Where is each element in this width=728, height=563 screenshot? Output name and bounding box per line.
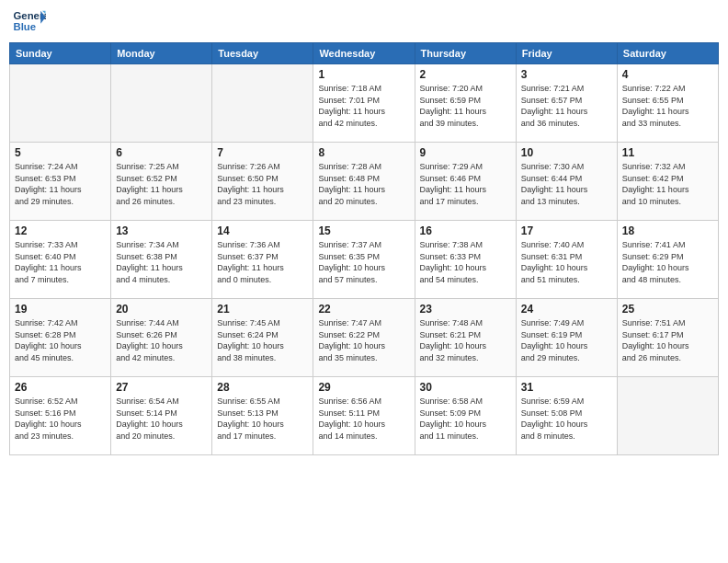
day-number: 13 (116, 224, 207, 237)
calendar-cell: 15Sunrise: 7:37 AM Sunset: 6:35 PM Dayli… (313, 221, 415, 299)
day-number: 22 (318, 303, 409, 316)
calendar-cell: 10Sunrise: 7:30 AM Sunset: 6:44 PM Dayli… (516, 143, 617, 221)
day-number: 1 (318, 68, 409, 81)
calendar-cell: 23Sunrise: 7:48 AM Sunset: 6:21 PM Dayli… (415, 299, 516, 377)
day-number: 31 (521, 381, 612, 394)
weekday-header-saturday: Saturday (617, 43, 718, 64)
weekday-header-monday: Monday (111, 43, 212, 64)
calendar-cell: 18Sunrise: 7:41 AM Sunset: 6:29 PM Dayli… (617, 221, 718, 299)
calendar-cell: 19Sunrise: 7:42 AM Sunset: 6:28 PM Dayli… (10, 299, 111, 377)
calendar: SundayMondayTuesdayWednesdayThursdayFrid… (9, 42, 719, 455)
page: General Blue SundayMondayTuesdayWednesda… (0, 0, 728, 563)
day-number: 26 (15, 381, 106, 394)
day-info: Sunrise: 7:30 AM Sunset: 6:44 PM Dayligh… (521, 161, 612, 207)
day-number: 10 (521, 146, 612, 159)
calendar-cell: 5Sunrise: 7:24 AM Sunset: 6:53 PM Daylig… (10, 143, 111, 221)
day-info: Sunrise: 7:47 AM Sunset: 6:22 PM Dayligh… (318, 317, 409, 363)
day-number: 3 (521, 68, 612, 81)
day-number: 9 (420, 146, 511, 159)
calendar-cell: 16Sunrise: 7:38 AM Sunset: 6:33 PM Dayli… (415, 221, 516, 299)
calendar-cell: 1Sunrise: 7:18 AM Sunset: 7:01 PM Daylig… (313, 64, 415, 143)
day-number: 29 (318, 381, 409, 394)
day-info: Sunrise: 7:49 AM Sunset: 6:19 PM Dayligh… (521, 317, 612, 363)
day-number: 20 (116, 303, 207, 316)
day-number: 6 (116, 146, 207, 159)
calendar-cell: 17Sunrise: 7:40 AM Sunset: 6:31 PM Dayli… (516, 221, 617, 299)
day-info: Sunrise: 7:41 AM Sunset: 6:29 PM Dayligh… (622, 239, 713, 285)
logo: General Blue (13, 9, 46, 35)
day-info: Sunrise: 7:48 AM Sunset: 6:21 PM Dayligh… (420, 317, 511, 363)
calendar-cell (111, 64, 212, 143)
day-info: Sunrise: 7:20 AM Sunset: 6:59 PM Dayligh… (420, 83, 511, 129)
day-info: Sunrise: 7:37 AM Sunset: 6:35 PM Dayligh… (318, 239, 409, 285)
day-info: Sunrise: 7:29 AM Sunset: 6:46 PM Dayligh… (420, 161, 511, 207)
calendar-cell (10, 64, 111, 143)
day-number: 23 (420, 303, 511, 316)
day-number: 15 (318, 224, 409, 237)
week-row-1: 1Sunrise: 7:18 AM Sunset: 7:01 PM Daylig… (10, 64, 719, 143)
day-info: Sunrise: 7:45 AM Sunset: 6:24 PM Dayligh… (217, 317, 308, 363)
day-number: 5 (15, 146, 106, 159)
weekday-header-row: SundayMondayTuesdayWednesdayThursdayFrid… (10, 43, 719, 64)
day-number: 18 (622, 224, 713, 237)
day-info: Sunrise: 7:42 AM Sunset: 6:28 PM Dayligh… (15, 317, 106, 363)
calendar-cell: 2Sunrise: 7:20 AM Sunset: 6:59 PM Daylig… (415, 64, 516, 143)
day-number: 11 (622, 146, 713, 159)
day-info: Sunrise: 7:34 AM Sunset: 6:38 PM Dayligh… (116, 239, 207, 285)
weekday-header-tuesday: Tuesday (212, 43, 313, 64)
calendar-cell: 7Sunrise: 7:26 AM Sunset: 6:50 PM Daylig… (212, 143, 313, 221)
day-info: Sunrise: 7:36 AM Sunset: 6:37 PM Dayligh… (217, 239, 308, 285)
day-info: Sunrise: 7:38 AM Sunset: 6:33 PM Dayligh… (420, 239, 511, 285)
calendar-cell: 20Sunrise: 7:44 AM Sunset: 6:26 PM Dayli… (111, 299, 212, 377)
day-info: Sunrise: 7:21 AM Sunset: 6:57 PM Dayligh… (521, 83, 612, 129)
day-number: 17 (521, 224, 612, 237)
calendar-cell: 4Sunrise: 7:22 AM Sunset: 6:55 PM Daylig… (617, 64, 718, 143)
day-info: Sunrise: 7:24 AM Sunset: 6:53 PM Dayligh… (15, 161, 106, 207)
day-number: 25 (622, 303, 713, 316)
day-info: Sunrise: 6:52 AM Sunset: 5:16 PM Dayligh… (15, 396, 106, 442)
calendar-cell: 22Sunrise: 7:47 AM Sunset: 6:22 PM Dayli… (313, 299, 415, 377)
calendar-cell: 9Sunrise: 7:29 AM Sunset: 6:46 PM Daylig… (415, 143, 516, 221)
day-info: Sunrise: 7:33 AM Sunset: 6:40 PM Dayligh… (15, 239, 106, 285)
weekday-header-sunday: Sunday (10, 43, 111, 64)
day-info: Sunrise: 6:55 AM Sunset: 5:13 PM Dayligh… (217, 396, 308, 442)
calendar-cell: 11Sunrise: 7:32 AM Sunset: 6:42 PM Dayli… (617, 143, 718, 221)
week-row-5: 26Sunrise: 6:52 AM Sunset: 5:16 PM Dayli… (10, 377, 719, 455)
calendar-cell: 25Sunrise: 7:51 AM Sunset: 6:17 PM Dayli… (617, 299, 718, 377)
calendar-cell: 24Sunrise: 7:49 AM Sunset: 6:19 PM Dayli… (516, 299, 617, 377)
day-info: Sunrise: 7:25 AM Sunset: 6:52 PM Dayligh… (116, 161, 207, 207)
day-info: Sunrise: 7:32 AM Sunset: 6:42 PM Dayligh… (622, 161, 713, 207)
calendar-cell: 26Sunrise: 6:52 AM Sunset: 5:16 PM Dayli… (10, 377, 111, 455)
calendar-cell: 28Sunrise: 6:55 AM Sunset: 5:13 PM Dayli… (212, 377, 313, 455)
day-info: Sunrise: 6:59 AM Sunset: 5:08 PM Dayligh… (521, 396, 612, 442)
day-number: 8 (318, 146, 409, 159)
weekday-header-wednesday: Wednesday (313, 43, 415, 64)
week-row-3: 12Sunrise: 7:33 AM Sunset: 6:40 PM Dayli… (10, 221, 719, 299)
calendar-cell: 6Sunrise: 7:25 AM Sunset: 6:52 PM Daylig… (111, 143, 212, 221)
svg-text:Blue: Blue (14, 21, 37, 32)
calendar-cell: 3Sunrise: 7:21 AM Sunset: 6:57 PM Daylig… (516, 64, 617, 143)
calendar-cell: 8Sunrise: 7:28 AM Sunset: 6:48 PM Daylig… (313, 143, 415, 221)
day-number: 21 (217, 303, 308, 316)
day-info: Sunrise: 7:22 AM Sunset: 6:55 PM Dayligh… (622, 83, 713, 129)
day-number: 16 (420, 224, 511, 237)
calendar-cell (617, 377, 718, 455)
calendar-cell: 12Sunrise: 7:33 AM Sunset: 6:40 PM Dayli… (10, 221, 111, 299)
day-number: 4 (622, 68, 713, 81)
day-number: 27 (116, 381, 207, 394)
day-info: Sunrise: 7:51 AM Sunset: 6:17 PM Dayligh… (622, 317, 713, 363)
day-number: 30 (420, 381, 511, 394)
day-info: Sunrise: 7:44 AM Sunset: 6:26 PM Dayligh… (116, 317, 207, 363)
day-info: Sunrise: 7:18 AM Sunset: 7:01 PM Dayligh… (318, 83, 409, 129)
calendar-cell: 29Sunrise: 6:56 AM Sunset: 5:11 PM Dayli… (313, 377, 415, 455)
day-number: 19 (15, 303, 106, 316)
header: General Blue (9, 9, 719, 35)
calendar-cell: 13Sunrise: 7:34 AM Sunset: 6:38 PM Dayli… (111, 221, 212, 299)
calendar-cell: 27Sunrise: 6:54 AM Sunset: 5:14 PM Dayli… (111, 377, 212, 455)
day-info: Sunrise: 6:56 AM Sunset: 5:11 PM Dayligh… (318, 396, 409, 442)
day-number: 7 (217, 146, 308, 159)
logo-icon: General Blue (13, 9, 46, 35)
day-info: Sunrise: 7:40 AM Sunset: 6:31 PM Dayligh… (521, 239, 612, 285)
week-row-2: 5Sunrise: 7:24 AM Sunset: 6:53 PM Daylig… (10, 143, 719, 221)
week-row-4: 19Sunrise: 7:42 AM Sunset: 6:28 PM Dayli… (10, 299, 719, 377)
